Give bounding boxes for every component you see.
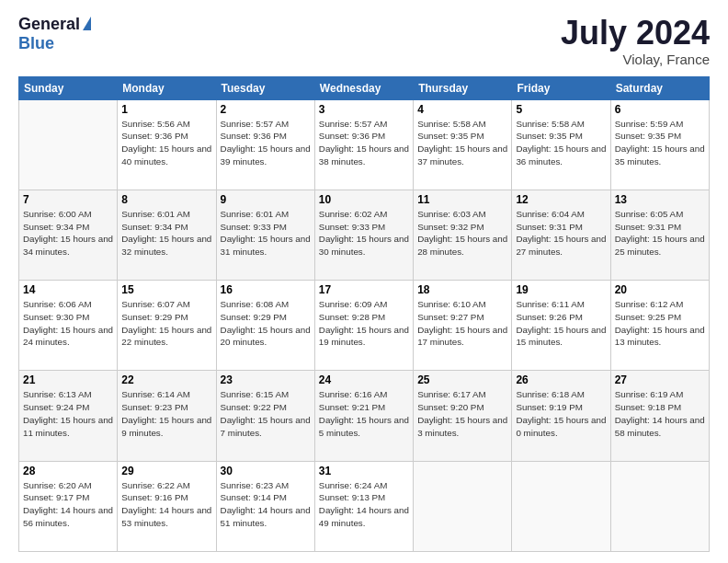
- day-info: Sunrise: 5:59 AMSunset: 9:35 PMDaylight:…: [615, 118, 705, 168]
- day-info: Sunrise: 5:58 AMSunset: 9:35 PMDaylight:…: [417, 118, 507, 168]
- day-info: Sunrise: 6:00 AMSunset: 9:34 PMDaylight:…: [23, 208, 113, 259]
- day-info: Sunrise: 6:05 AMSunset: 9:31 PMDaylight:…: [615, 208, 705, 259]
- table-row: 8Sunrise: 6:01 AMSunset: 9:34 PMDaylight…: [118, 190, 216, 280]
- table-row: 10Sunrise: 6:02 AMSunset: 9:33 PMDayligh…: [314, 190, 413, 280]
- day-number: 9: [221, 193, 311, 206]
- title-block: July 2024 Violay, France: [561, 15, 710, 67]
- table-row: 23Sunrise: 6:15 AMSunset: 9:22 PMDayligh…: [216, 371, 314, 461]
- day-info: Sunrise: 6:13 AMSunset: 9:24 PMDaylight:…: [23, 388, 113, 439]
- table-row: 11Sunrise: 6:03 AMSunset: 9:32 PMDayligh…: [414, 190, 512, 280]
- table-row: 27Sunrise: 6:19 AMSunset: 9:18 PMDayligh…: [610, 371, 709, 461]
- day-number: 18: [417, 283, 507, 296]
- col-tuesday: Tuesday: [216, 76, 314, 99]
- table-row: 2Sunrise: 5:57 AMSunset: 9:36 PMDaylight…: [216, 99, 314, 190]
- day-info: Sunrise: 5:56 AMSunset: 9:36 PMDaylight:…: [121, 118, 211, 168]
- col-monday: Monday: [118, 76, 216, 99]
- table-row: 18Sunrise: 6:10 AMSunset: 9:27 PMDayligh…: [414, 281, 512, 371]
- table-row: [512, 461, 610, 551]
- page: General Blue July 2024 Violay, France Su…: [0, 0, 728, 563]
- table-row: 7Sunrise: 6:00 AMSunset: 9:34 PMDaylight…: [19, 190, 118, 280]
- table-row: 20Sunrise: 6:12 AMSunset: 9:25 PMDayligh…: [610, 281, 709, 371]
- day-info: Sunrise: 6:14 AMSunset: 9:23 PMDaylight:…: [121, 388, 211, 439]
- table-row: 29Sunrise: 6:22 AMSunset: 9:16 PMDayligh…: [118, 461, 216, 551]
- calendar-week-row: 28Sunrise: 6:20 AMSunset: 9:17 PMDayligh…: [19, 461, 710, 551]
- day-info: Sunrise: 6:22 AMSunset: 9:16 PMDaylight:…: [121, 479, 211, 530]
- day-info: Sunrise: 5:57 AMSunset: 9:36 PMDaylight:…: [319, 118, 409, 168]
- day-info: Sunrise: 6:24 AMSunset: 9:13 PMDaylight:…: [319, 479, 409, 530]
- table-row: 6Sunrise: 5:59 AMSunset: 9:35 PMDaylight…: [610, 99, 709, 190]
- calendar-header-row: Sunday Monday Tuesday Wednesday Thursday…: [19, 76, 710, 99]
- day-info: Sunrise: 6:16 AMSunset: 9:21 PMDaylight:…: [319, 388, 409, 439]
- table-row: 4Sunrise: 5:58 AMSunset: 9:35 PMDaylight…: [414, 99, 512, 190]
- day-info: Sunrise: 5:58 AMSunset: 9:35 PMDaylight:…: [516, 118, 606, 168]
- table-row: 25Sunrise: 6:17 AMSunset: 9:20 PMDayligh…: [414, 371, 512, 461]
- day-number: 4: [417, 103, 507, 116]
- table-row: 3Sunrise: 5:57 AMSunset: 9:36 PMDaylight…: [314, 99, 413, 190]
- day-number: 2: [221, 103, 311, 116]
- col-friday: Friday: [512, 76, 610, 99]
- day-number: 23: [221, 373, 311, 386]
- col-wednesday: Wednesday: [314, 76, 413, 99]
- day-info: Sunrise: 6:19 AMSunset: 9:18 PMDaylight:…: [615, 388, 705, 439]
- logo-general: General: [18, 15, 80, 34]
- day-number: 30: [221, 465, 311, 477]
- day-number: 29: [121, 465, 211, 477]
- table-row: 9Sunrise: 6:01 AMSunset: 9:33 PMDaylight…: [216, 190, 314, 280]
- table-row: 1Sunrise: 5:56 AMSunset: 9:36 PMDaylight…: [118, 99, 216, 190]
- day-number: 19: [516, 283, 606, 296]
- day-number: 28: [23, 465, 113, 477]
- day-number: 14: [23, 283, 113, 296]
- logo: General Blue: [18, 15, 91, 53]
- table-row: 5Sunrise: 5:58 AMSunset: 9:35 PMDaylight…: [512, 99, 610, 190]
- day-number: 16: [221, 283, 311, 296]
- day-info: Sunrise: 6:12 AMSunset: 9:25 PMDaylight:…: [615, 298, 705, 349]
- day-number: 22: [121, 373, 211, 386]
- day-info: Sunrise: 6:11 AMSunset: 9:26 PMDaylight:…: [516, 298, 606, 349]
- col-saturday: Saturday: [610, 76, 709, 99]
- day-number: 15: [121, 283, 211, 296]
- day-info: Sunrise: 6:08 AMSunset: 9:29 PMDaylight:…: [221, 298, 311, 349]
- day-info: Sunrise: 6:20 AMSunset: 9:17 PMDaylight:…: [23, 479, 113, 530]
- day-number: 3: [319, 103, 409, 116]
- day-number: 24: [319, 373, 409, 386]
- day-number: 25: [417, 373, 507, 386]
- table-row: [19, 99, 118, 190]
- day-info: Sunrise: 6:06 AMSunset: 9:30 PMDaylight:…: [23, 298, 113, 349]
- table-row: 14Sunrise: 6:06 AMSunset: 9:30 PMDayligh…: [19, 281, 118, 371]
- day-info: Sunrise: 6:01 AMSunset: 9:34 PMDaylight:…: [121, 208, 211, 259]
- calendar-week-row: 21Sunrise: 6:13 AMSunset: 9:24 PMDayligh…: [19, 371, 710, 461]
- table-row: 28Sunrise: 6:20 AMSunset: 9:17 PMDayligh…: [19, 461, 118, 551]
- table-row: 17Sunrise: 6:09 AMSunset: 9:28 PMDayligh…: [314, 281, 413, 371]
- day-number: 13: [615, 193, 705, 206]
- day-info: Sunrise: 6:04 AMSunset: 9:31 PMDaylight:…: [516, 208, 606, 259]
- day-info: Sunrise: 6:15 AMSunset: 9:22 PMDaylight:…: [221, 388, 311, 439]
- table-row: 19Sunrise: 6:11 AMSunset: 9:26 PMDayligh…: [512, 281, 610, 371]
- day-number: 1: [121, 103, 211, 116]
- day-info: Sunrise: 6:10 AMSunset: 9:27 PMDaylight:…: [417, 298, 507, 349]
- col-sunday: Sunday: [19, 76, 118, 99]
- day-info: Sunrise: 6:02 AMSunset: 9:33 PMDaylight:…: [319, 208, 409, 259]
- day-number: 27: [615, 373, 705, 386]
- calendar-week-row: 7Sunrise: 6:00 AMSunset: 9:34 PMDaylight…: [19, 190, 710, 280]
- day-number: 11: [417, 193, 507, 206]
- table-row: 21Sunrise: 6:13 AMSunset: 9:24 PMDayligh…: [19, 371, 118, 461]
- day-info: Sunrise: 6:07 AMSunset: 9:29 PMDaylight:…: [121, 298, 211, 349]
- day-info: Sunrise: 6:03 AMSunset: 9:32 PMDaylight:…: [417, 208, 507, 259]
- table-row: [610, 461, 709, 551]
- day-info: Sunrise: 6:18 AMSunset: 9:19 PMDaylight:…: [516, 388, 606, 439]
- calendar-week-row: 1Sunrise: 5:56 AMSunset: 9:36 PMDaylight…: [19, 99, 710, 190]
- day-number: 26: [516, 373, 606, 386]
- table-row: 12Sunrise: 6:04 AMSunset: 9:31 PMDayligh…: [512, 190, 610, 280]
- logo-blue: Blue: [18, 34, 54, 53]
- day-number: 6: [615, 103, 705, 116]
- day-number: 17: [319, 283, 409, 296]
- calendar-table: Sunday Monday Tuesday Wednesday Thursday…: [18, 76, 710, 552]
- table-row: 30Sunrise: 6:23 AMSunset: 9:14 PMDayligh…: [216, 461, 314, 551]
- table-row: 31Sunrise: 6:24 AMSunset: 9:13 PMDayligh…: [314, 461, 413, 551]
- table-row: 26Sunrise: 6:18 AMSunset: 9:19 PMDayligh…: [512, 371, 610, 461]
- day-number: 12: [516, 193, 606, 206]
- day-info: Sunrise: 6:01 AMSunset: 9:33 PMDaylight:…: [221, 208, 311, 259]
- table-row: [414, 461, 512, 551]
- day-number: 5: [516, 103, 606, 116]
- header: General Blue July 2024 Violay, France: [18, 15, 710, 67]
